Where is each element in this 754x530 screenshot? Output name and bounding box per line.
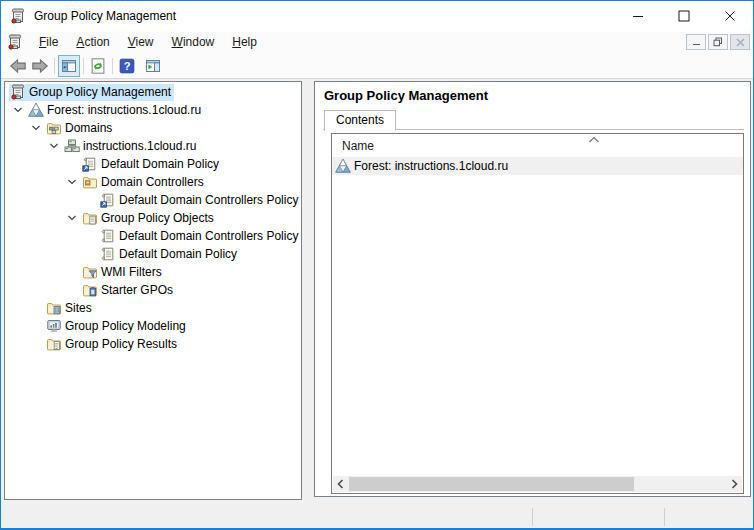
tree-item-label: Group Policy Objects <box>101 210 214 227</box>
refresh-icon <box>89 57 107 75</box>
gp-modeling-icon <box>46 318 62 334</box>
tree-item-label: Default Domain Controllers Policy <box>119 228 298 245</box>
tree-item-label: instructions.1cloud.ru <box>83 138 196 155</box>
help-icon <box>119 58 135 74</box>
gpmc-app-icon <box>10 8 26 24</box>
toolbar <box>1 53 753 79</box>
menu-help[interactable]: Help <box>223 31 266 53</box>
chevron-down-icon[interactable] <box>63 173 81 191</box>
refresh-button[interactable] <box>87 55 109 77</box>
list-row-forest[interactable]: Forest: instructions.1cloud.ru <box>332 157 743 175</box>
chevron-down-icon[interactable] <box>45 137 63 155</box>
tree-item-gp-results[interactable]: Group Policy Results <box>5 335 301 353</box>
mdi-minimize-icon <box>692 38 701 47</box>
forward-button[interactable] <box>29 55 51 77</box>
status-separator <box>532 508 533 526</box>
title-bar: Group Policy Management <box>1 1 753 31</box>
action-pane-icon <box>145 58 161 74</box>
gpo-icon <box>100 246 116 262</box>
horizontal-scrollbar[interactable] <box>333 476 742 492</box>
gpo-link-icon <box>82 156 98 172</box>
tree-item-label: Domains <box>65 120 112 137</box>
show-console-tree-button[interactable] <box>58 55 80 77</box>
help-button[interactable] <box>116 55 138 77</box>
tree-item-label: Sites <box>65 300 92 317</box>
forest-icon <box>28 102 44 118</box>
chevron-down-icon[interactable] <box>27 119 45 137</box>
tree-item-sites[interactable]: Sites <box>5 299 301 317</box>
sort-ascending-icon <box>588 136 600 144</box>
tree-item-dd-policy[interactable]: Default Domain Policy <box>5 245 301 263</box>
tree-item-label: Starter GPOs <box>101 282 173 299</box>
scroll-right-button[interactable] <box>726 476 742 492</box>
tree-item-label: Group Policy Results <box>65 336 177 353</box>
sites-folder-icon <box>46 300 62 316</box>
tree-item-domains[interactable]: Domains <box>5 119 301 137</box>
tree-item-domain[interactable]: instructions.1cloud.ru <box>5 137 301 155</box>
tree-item-default-domain-policy[interactable]: Default Domain Policy <box>5 155 301 173</box>
close-button[interactable] <box>707 1 753 30</box>
list-header: Name <box>332 134 743 157</box>
tree-item-forest[interactable]: Forest: instructions.1cloud.ru <box>5 101 301 119</box>
status-separator <box>664 508 665 526</box>
work-area: Group Policy Management Forest: instruct… <box>1 79 753 505</box>
column-header-name[interactable]: Name <box>342 139 374 153</box>
ou-folder-icon <box>82 174 98 190</box>
mdi-close-button[interactable] <box>730 34 750 50</box>
menu-bar: File Action View Window Help <box>1 31 753 53</box>
tab-contents[interactable]: Contents <box>324 110 396 131</box>
show-action-pane-button[interactable] <box>142 55 164 77</box>
close-icon <box>724 10 736 22</box>
tree-item-root[interactable]: Group Policy Management <box>5 83 301 101</box>
tree-item-label: Group Policy Modeling <box>65 318 186 335</box>
content-pane-title: Group Policy Management <box>324 88 488 103</box>
gpo-link-icon <box>100 192 116 208</box>
tree-item-label: Domain Controllers <box>101 174 204 191</box>
wmi-filters-folder-icon <box>82 264 98 280</box>
scrollbar-thumb[interactable] <box>349 477 634 491</box>
menu-view[interactable]: View <box>119 31 163 53</box>
chevron-down-icon[interactable] <box>9 101 27 119</box>
chevron-down-icon[interactable] <box>63 209 81 227</box>
menu-window[interactable]: Window <box>163 31 224 53</box>
list-row-label: Forest: instructions.1cloud.ru <box>354 159 508 173</box>
gpmc-window: Group Policy Management File Action View… <box>0 0 754 530</box>
tree-item-ddc-policy-link[interactable]: Default Domain Controllers Policy <box>5 191 301 209</box>
domain-icon <box>64 138 80 154</box>
tree-item-group-policy-objects[interactable]: Group Policy Objects <box>5 209 301 227</box>
back-arrow-icon <box>9 57 27 75</box>
tree-item-label: WMI Filters <box>101 264 162 281</box>
menu-file[interactable]: File <box>30 31 67 53</box>
toolbar-separator <box>83 58 84 74</box>
tree-item-label: Group Policy Management <box>29 84 171 101</box>
tree-item-gp-modeling[interactable]: Group Policy Modeling <box>5 317 301 335</box>
scroll-left-button[interactable] <box>333 476 349 492</box>
gp-results-folder-icon <box>46 336 62 352</box>
content-pane: Group Policy Management Contents Name Fo… <box>314 81 751 497</box>
tree-item-ddc-policy[interactable]: Default Domain Controllers Policy <box>5 227 301 245</box>
gpo-icon <box>100 228 116 244</box>
back-button[interactable] <box>7 55 29 77</box>
tree-item-label: Default Domain Controllers Policy <box>119 192 298 209</box>
starter-gpos-folder-icon <box>82 282 98 298</box>
tab-strip: Contents <box>323 109 744 130</box>
mdi-close-icon <box>736 38 745 47</box>
tree-item-wmi-filters[interactable]: WMI Filters <box>5 263 301 281</box>
maximize-button[interactable] <box>661 1 707 30</box>
window-controls <box>615 1 753 30</box>
console-tree-pane: Group Policy Management Forest: instruct… <box>4 81 302 500</box>
toolbar-separator <box>54 58 55 74</box>
menu-action[interactable]: Action <box>67 31 118 53</box>
toolbar-separator <box>112 58 113 74</box>
maximize-icon <box>678 10 690 22</box>
gpmc-icon <box>10 84 26 100</box>
mdi-restore-button[interactable] <box>708 34 728 50</box>
forward-arrow-icon <box>31 57 49 75</box>
tree-item-label: Default Domain Policy <box>119 246 237 263</box>
minimize-icon <box>632 10 644 22</box>
minimize-button[interactable] <box>615 1 661 30</box>
tree-item-domain-controllers[interactable]: Domain Controllers <box>5 173 301 191</box>
mdi-minimize-button[interactable] <box>686 34 706 50</box>
domains-folder-icon <box>46 120 62 136</box>
tree-item-starter-gpos[interactable]: Starter GPOs <box>5 281 301 299</box>
